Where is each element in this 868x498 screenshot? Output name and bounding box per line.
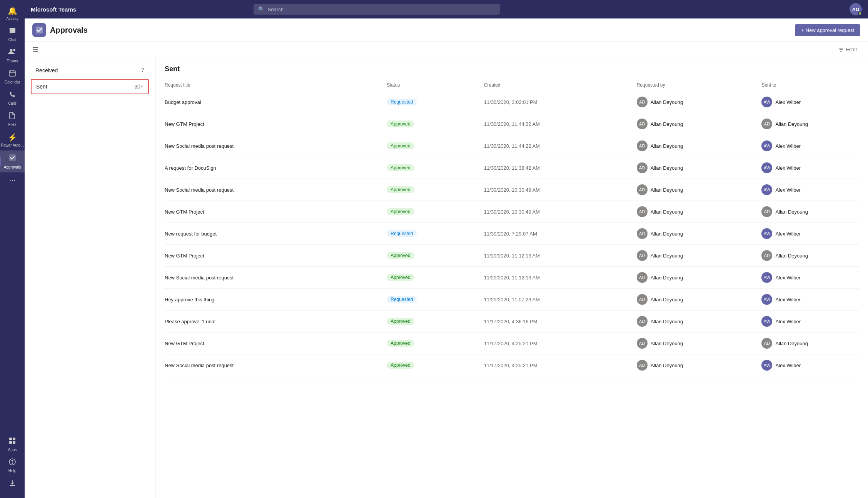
- sidebar-item-powerauto[interactable]: ⚡ Power Auto...: [0, 130, 25, 150]
- table-row[interactable]: Budget approval Requested 11/30/2020, 3:…: [165, 91, 859, 113]
- table-row[interactable]: New request for budget Requested 11/30/2…: [165, 223, 859, 245]
- table-row[interactable]: New Social media post request Approved 1…: [165, 179, 859, 201]
- svg-rect-7: [9, 438, 12, 440]
- svg-point-0: [10, 49, 13, 52]
- toolbar: ☰ Filter: [25, 42, 868, 57]
- table-row[interactable]: Hey approve this thing Requested 11/20/2…: [165, 289, 859, 311]
- sent-to-cell: AW Alex Wilber: [761, 360, 859, 371]
- requested-by-cell: AD Allan Deyoung: [637, 97, 762, 107]
- sidebar-item-teams-label: Teams: [7, 59, 18, 63]
- cell-created: 11/30/2020, 10:30:49 AM: [484, 179, 637, 201]
- sent-to-cell: AW Alex Wilber: [761, 184, 859, 195]
- sidebar-item-chat[interactable]: Chat: [0, 24, 25, 45]
- sidebar-item-help-label: Help: [8, 469, 17, 473]
- nav-received[interactable]: Received 7: [31, 64, 149, 77]
- sidebar-item-calls-label: Calls: [8, 101, 17, 105]
- sent-to-cell: AD Allan Deyoung: [761, 206, 859, 217]
- table-row[interactable]: New GTM Project Approved 11/30/2020, 10:…: [165, 201, 859, 223]
- chat-icon: [8, 27, 16, 37]
- powerauto-icon: ⚡: [8, 133, 17, 142]
- svg-rect-2: [9, 71, 15, 76]
- sidebar-item-calls[interactable]: Calls: [0, 87, 25, 109]
- sent-to-cell: AW Alex Wilber: [761, 228, 859, 239]
- page-title: Approvals: [50, 26, 88, 35]
- requested-by-name: Allan Deyoung: [651, 99, 683, 105]
- sent-to-avatar: AW: [761, 228, 772, 239]
- sidebar-item-apps-label: Apps: [8, 448, 17, 452]
- new-approval-button[interactable]: + New approval request: [795, 24, 860, 36]
- sent-to-avatar: AD: [761, 338, 772, 349]
- table-row[interactable]: New Social media post request Approved 1…: [165, 267, 859, 289]
- cell-status: Approved: [387, 201, 484, 223]
- cell-requested-by: AD Allan Deyoung: [637, 91, 762, 113]
- requested-by-cell: AD Allan Deyoung: [637, 228, 762, 239]
- status-dot: [858, 12, 862, 15]
- requested-by-name: Allan Deyoung: [651, 341, 683, 346]
- col-header-sent-to: Sent to: [761, 79, 859, 91]
- filter-button[interactable]: Filter: [835, 45, 860, 54]
- cell-status: Requested: [387, 223, 484, 245]
- requested-by-avatar: AD: [637, 119, 648, 129]
- cell-created: 11/20/2020, 11:12:13 AM: [484, 267, 637, 289]
- cell-title: New GTM Project: [165, 333, 387, 354]
- sidebar-item-powerauto-label: Power Auto...: [1, 143, 23, 147]
- sidebar-item-teams[interactable]: Teams: [0, 45, 25, 66]
- table-row[interactable]: A request for DocuSign Approved 11/30/20…: [165, 157, 859, 179]
- cell-sent-to: AD Allan Deyoung: [761, 113, 859, 135]
- user-avatar[interactable]: AD: [850, 3, 862, 15]
- cell-created: 11/30/2020, 11:44:22 AM: [484, 113, 637, 135]
- sidebar-item-files[interactable]: Files: [0, 109, 25, 130]
- search-input[interactable]: [268, 7, 495, 12]
- requested-by-cell: AD Allan Deyoung: [637, 119, 762, 129]
- table-row[interactable]: New Social media post request Approved 1…: [165, 354, 859, 376]
- download-icon: [8, 479, 16, 489]
- cell-created: 11/30/2020, 7:29:07 AM: [484, 223, 637, 245]
- requested-by-name: Allan Deyoung: [651, 363, 683, 368]
- search-bar[interactable]: 🔍: [254, 4, 500, 15]
- sidebar-item-activity[interactable]: 🔔 Activity: [0, 3, 25, 24]
- requested-by-avatar: AD: [637, 228, 648, 239]
- hamburger-icon[interactable]: ☰: [32, 45, 38, 54]
- sent-to-avatar: AD: [761, 119, 772, 129]
- sidebar-item-calendar[interactable]: Calendar: [0, 66, 25, 87]
- status-badge: Requested: [387, 99, 417, 105]
- cell-requested-by: AD Allan Deyoung: [637, 354, 762, 376]
- active-indicator: [0, 157, 1, 166]
- cell-status: Approved: [387, 245, 484, 267]
- help-icon: [8, 458, 16, 468]
- cell-created: 11/30/2020, 3:02:01 PM: [484, 91, 637, 113]
- sidebar-item-help[interactable]: Help: [0, 455, 25, 476]
- table-row[interactable]: New GTM Project Approved 11/20/2020, 11:…: [165, 245, 859, 267]
- cell-sent-to: AW Alex Wilber: [761, 91, 859, 113]
- sidebar-item-approvals[interactable]: Approvals: [0, 150, 25, 172]
- cell-status: Approved: [387, 267, 484, 289]
- requested-by-name: Allan Deyoung: [651, 319, 683, 324]
- table-row[interactable]: New GTM Project Approved 11/17/2020, 4:2…: [165, 333, 859, 354]
- sidebar-item-download[interactable]: [0, 476, 25, 492]
- status-badge: Approved: [387, 120, 414, 127]
- requested-by-avatar: AD: [637, 206, 648, 217]
- nav-sent[interactable]: Sent 30+: [31, 79, 149, 94]
- cell-created: 11/30/2020, 10:30:49 AM: [484, 201, 637, 223]
- cell-requested-by: AD Allan Deyoung: [637, 333, 762, 354]
- cell-requested-by: AD Allan Deyoung: [637, 245, 762, 267]
- page-header: Approvals + New approval request: [25, 18, 868, 42]
- sidebar-item-activity-label: Activity: [6, 17, 18, 21]
- sidebar-item-more[interactable]: ···: [0, 172, 25, 187]
- cell-requested-by: AD Allan Deyoung: [637, 289, 762, 311]
- activity-icon: 🔔: [8, 6, 17, 15]
- requested-by-avatar: AD: [637, 360, 648, 371]
- sent-to-avatar: AW: [761, 316, 772, 327]
- svg-point-1: [13, 49, 15, 51]
- table-row[interactable]: New GTM Project Approved 11/30/2020, 11:…: [165, 113, 859, 135]
- requested-by-name: Allan Deyoung: [651, 209, 683, 215]
- requested-by-cell: AD Allan Deyoung: [637, 294, 762, 305]
- search-icon: 🔍: [258, 6, 265, 12]
- calls-icon: [8, 90, 16, 100]
- cell-title: New Social media post request: [165, 135, 387, 157]
- sidebar-item-apps[interactable]: Apps: [0, 434, 25, 455]
- table-row[interactable]: Please approve: 'Luna' Approved 11/17/20…: [165, 311, 859, 333]
- section-title: Sent: [165, 65, 859, 73]
- table-row[interactable]: New Social media post request Approved 1…: [165, 135, 859, 157]
- requested-by-name: Allan Deyoung: [651, 187, 683, 193]
